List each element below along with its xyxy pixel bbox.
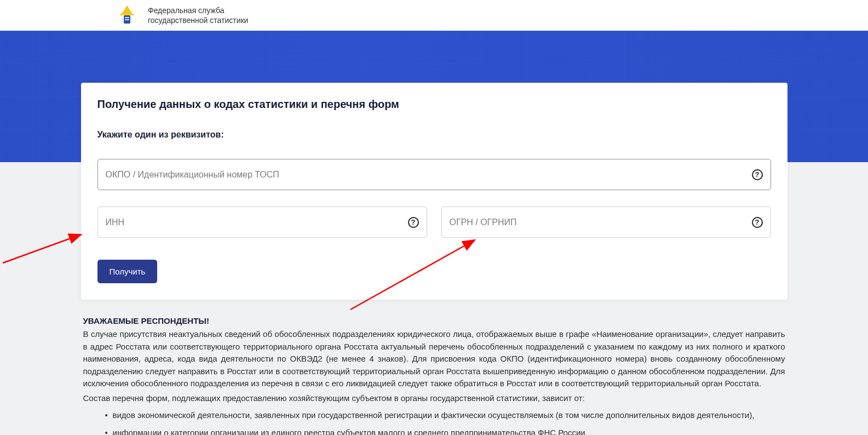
ogrn-help-icon[interactable]: ? — [752, 217, 763, 228]
annotation-arrow-left — [0, 225, 93, 268]
card-title: Получение данных о кодах статистики и пе… — [97, 98, 771, 111]
info-list: видов экономической деятельности, заявле… — [83, 409, 785, 435]
header-line-2: государственной статистики — [148, 15, 248, 25]
header-org-name: Федеральная служба государственной стати… — [148, 5, 248, 25]
okpo-input[interactable] — [106, 170, 743, 180]
ogrn-field-wrap: ? — [441, 207, 771, 238]
inn-field-wrap: ? — [97, 207, 427, 238]
info-list-intro: Состав перечня форм, подлежащих предоста… — [83, 392, 785, 405]
info-heading: УВАЖАЕМЫЕ РЕСПОНДЕНТЫ! — [83, 316, 785, 325]
info-section: УВАЖАЕМЫЕ РЕСПОНДЕНТЫ! В случае присутст… — [81, 316, 787, 435]
header-line-1: Федеральная служба — [148, 5, 248, 15]
page-header: Федеральная служба государственной стати… — [0, 0, 868, 31]
inn-input[interactable] — [106, 218, 399, 227]
info-paragraph: В случае присутствия неактуальных сведен… — [83, 328, 785, 390]
rosstat-logo — [115, 3, 139, 27]
ogrn-input[interactable] — [450, 218, 743, 227]
card-subtitle: Укажите один из реквизитов: — [97, 130, 771, 140]
search-card: Получение данных о кодах статистики и пе… — [81, 83, 787, 300]
info-list-item: информации о категории организации из ед… — [83, 426, 785, 435]
okpo-help-icon[interactable]: ? — [752, 169, 763, 180]
info-list-item: видов экономической деятельности, заявле… — [83, 409, 785, 422]
submit-button[interactable]: Получить — [97, 260, 158, 283]
inn-help-icon[interactable]: ? — [408, 217, 419, 228]
okpo-field-wrap: ? — [97, 159, 771, 190]
svg-rect-2 — [125, 19, 129, 20]
svg-rect-1 — [125, 17, 129, 18]
svg-line-4 — [3, 234, 81, 263]
